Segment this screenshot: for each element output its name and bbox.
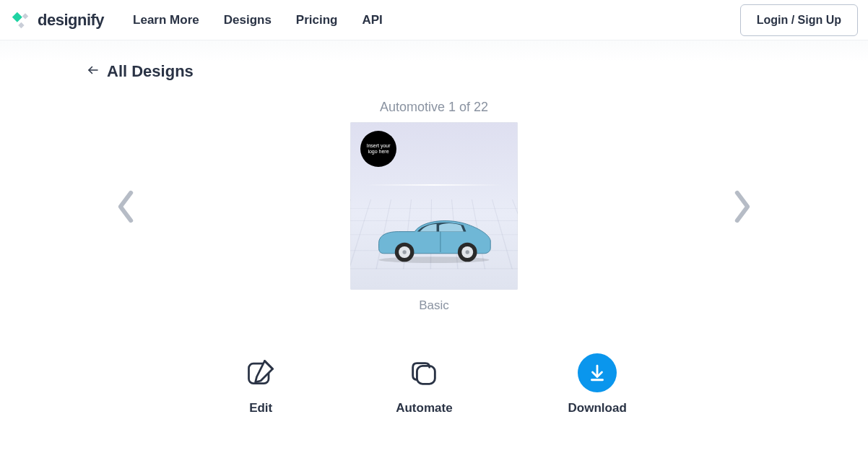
automate-action[interactable]: Automate <box>396 353 452 415</box>
svg-rect-11 <box>417 366 435 384</box>
design-counter: Automotive 1 of 22 <box>380 100 488 115</box>
back-to-all-designs[interactable]: All Designs <box>0 62 868 81</box>
insert-logo-badge: Insert your logo here <box>360 131 396 167</box>
arrow-left-icon <box>87 64 100 79</box>
design-thumbnail[interactable]: Insert your logo here <box>350 122 518 290</box>
sparkle-icon <box>10 10 30 30</box>
edit-label: Edit <box>249 401 272 415</box>
main-content: All Designs Automotive 1 of 22 Insert yo… <box>0 40 868 444</box>
brand-name: designify <box>38 11 104 30</box>
back-label: All Designs <box>107 62 194 81</box>
automate-label: Automate <box>396 401 452 415</box>
design-caption: Basic <box>419 298 449 313</box>
svg-point-8 <box>466 250 469 254</box>
edit-icon <box>241 353 280 392</box>
login-signup-button[interactable]: Login / Sign Up <box>740 4 858 36</box>
insert-logo-badge-text: Insert your logo here <box>365 143 392 154</box>
design-card: Automotive 1 of 22 Insert your logo here <box>174 100 694 313</box>
action-row: Edit Automate Download <box>0 353 868 415</box>
header: designify Learn More Designs Pricing API… <box>0 0 868 40</box>
nav-api[interactable]: API <box>362 13 382 27</box>
download-action[interactable]: Download <box>568 353 627 415</box>
car-illustration <box>369 206 499 264</box>
chevron-right-icon <box>732 189 753 224</box>
design-carousel: Automotive 1 of 22 Insert your logo here <box>0 100 868 313</box>
prev-design-button[interactable] <box>106 181 145 233</box>
nav-pricing[interactable]: Pricing <box>296 13 338 27</box>
edit-action[interactable]: Edit <box>241 353 280 415</box>
chevron-left-icon <box>115 189 136 224</box>
next-design-button[interactable] <box>723 181 762 233</box>
automate-icon <box>404 353 443 392</box>
nav-designs[interactable]: Designs <box>224 13 272 27</box>
download-icon <box>578 353 617 392</box>
download-label: Download <box>568 401 627 415</box>
brand-logo[interactable]: designify <box>10 10 104 30</box>
top-nav: Learn More Designs Pricing API <box>133 13 383 27</box>
svg-point-5 <box>402 250 406 254</box>
nav-learn-more[interactable]: Learn More <box>133 13 199 27</box>
